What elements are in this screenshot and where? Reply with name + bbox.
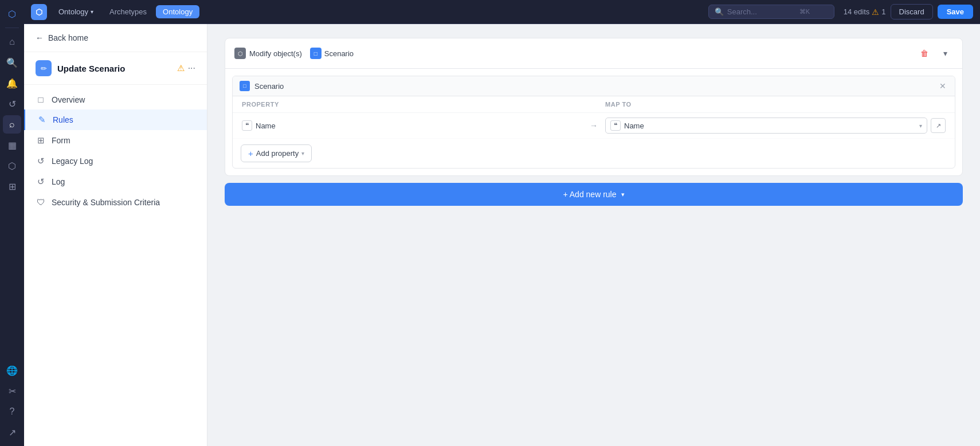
search-icon: 🔍 <box>715 7 724 16</box>
plus-icon: + <box>248 148 253 158</box>
scenario-badge: □ Scenario <box>310 48 354 59</box>
chevron-down-icon: ▾ <box>91 9 93 15</box>
search-icon[interactable]: 🔍 <box>3 53 21 72</box>
mapto-chevron-icon: ▾ <box>919 123 922 129</box>
overview-icon: □ <box>36 95 46 104</box>
log-icon: ↺ <box>36 177 46 187</box>
mapto-col-header: MAP TO <box>605 101 946 108</box>
nav-overview[interactable]: □ Overview <box>24 89 207 109</box>
rule-card-header: ⬡ Modify object(s) □ Scenario 🗑 ▾ <box>225 38 962 69</box>
save-button[interactable]: Save <box>938 5 973 19</box>
arrow-cell: → <box>582 121 605 130</box>
edits-badge: 14 edits ⚠ 1 <box>844 7 886 17</box>
object-block: □ Scenario ✕ PROPERTY MAP TO ❝ Name → <box>232 76 955 169</box>
add-property-label: Add property <box>256 149 299 158</box>
close-object-button[interactable]: ✕ <box>938 81 948 91</box>
rule-card: ⬡ Modify object(s) □ Scenario 🗑 ▾ □ Scen… <box>225 38 963 176</box>
tab-ontology-dropdown[interactable]: Ontology ▾ <box>52 5 100 18</box>
main-layout: ← Back home ✏ Update Scenario ⚠ ··· □ Ov… <box>24 24 980 446</box>
security-icon: 🛡 <box>36 197 46 207</box>
object-header: □ Scenario ✕ <box>233 76 955 96</box>
add-rule-label: + Add new rule <box>563 190 616 199</box>
logo-icon: ⬡ <box>3 5 21 23</box>
search2-icon[interactable]: ⌕ <box>3 115 21 134</box>
add-new-rule-button[interactable]: + Add new rule ▾ <box>225 183 963 206</box>
object-icon: □ <box>240 81 250 91</box>
nav-rules[interactable]: ✎ Rules <box>24 109 207 130</box>
panel-title-icon: ✏ <box>36 60 52 76</box>
external-link-button[interactable]: ↗ <box>931 118 946 133</box>
panel-title-actions: ⚠ ··· <box>177 63 195 73</box>
add-rule-dropdown-icon: ▾ <box>621 191 625 198</box>
history-icon[interactable]: ↺ <box>3 95 21 113</box>
back-arrow-icon: ← <box>36 33 44 42</box>
modify-icon: ⬡ <box>234 48 246 59</box>
more-options-icon[interactable]: ··· <box>188 63 195 73</box>
title-warning-icon: ⚠ <box>177 63 185 73</box>
layers-icon[interactable]: ⊞ <box>3 177 21 195</box>
topbar-logo: ⬡ <box>31 4 47 20</box>
home-icon[interactable]: ⌂ <box>3 33 21 51</box>
mapto-quote-icon: ❝ <box>610 120 621 131</box>
scenario-icon: □ <box>310 48 322 59</box>
nav-form[interactable]: ⊞ Form <box>24 130 207 151</box>
mapto-cell: ❝ Name ▾ ↗ <box>605 118 946 134</box>
delete-rule-button[interactable]: 🗑 <box>916 45 932 61</box>
mapto-value: Name <box>624 122 644 130</box>
topbar-right: 14 edits ⚠ 1 Discard Save <box>844 4 973 19</box>
nav-security[interactable]: 🛡 Security & Submission Criteria <box>24 192 207 212</box>
rule-card-actions: 🗑 ▾ <box>916 45 953 61</box>
globe-icon[interactable]: 🌐 <box>3 361 21 380</box>
share-icon[interactable]: ↗ <box>3 423 21 441</box>
modify-objects-badge: ⬡ Modify object(s) <box>234 48 302 59</box>
collapse-rule-button[interactable]: ▾ <box>937 45 953 61</box>
tools-icon[interactable]: ✂ <box>3 382 21 400</box>
icon-sidebar: ⬡ ⌂ 🔍 🔔 ↺ ⌕ ▦ ⬡ ⊞ 🌐 ✂ ? ↗ <box>0 0 24 446</box>
cube-icon[interactable]: ⬡ <box>3 157 21 175</box>
panel-title-row: ✏ Update Scenario ⚠ ··· <box>24 52 207 85</box>
nav-log[interactable]: ↺ Log <box>24 171 207 192</box>
mapping-row: ❝ Name → ❝ Name ▾ ↗ <box>233 113 955 139</box>
tab-archetypes[interactable]: Archetypes <box>103 5 154 18</box>
panel-title: Update Scenario <box>57 64 171 73</box>
nav-items: □ Overview ✎ Rules ⊞ Form ↺ Legacy Log ↺… <box>24 85 207 217</box>
help-icon[interactable]: ? <box>3 402 21 421</box>
search-shortcut: ⌘K <box>799 8 810 15</box>
form-icon: ⊞ <box>36 135 46 146</box>
left-panel: ← Back home ✏ Update Scenario ⚠ ··· □ Ov… <box>24 24 207 446</box>
content-area: ⬡ Modify object(s) □ Scenario 🗑 ▾ □ Scen… <box>207 24 980 446</box>
topbar: ⬡ Ontology ▾ Archetypes Ontology 🔍 ⌘K 14… <box>24 0 980 24</box>
object-label: Scenario <box>254 82 933 91</box>
add-property-dropdown-icon: ▾ <box>301 150 304 157</box>
search-input[interactable] <box>727 7 796 16</box>
property-col-header: PROPERTY <box>242 101 582 108</box>
discard-button[interactable]: Discard <box>891 4 933 19</box>
add-property-row: + Add property ▾ <box>233 139 955 168</box>
property-name: Name <box>256 122 276 130</box>
mapto-select[interactable]: ❝ Name ▾ <box>605 118 927 134</box>
legacy-log-icon: ↺ <box>36 156 46 166</box>
property-quote-icon: ❝ <box>242 120 252 131</box>
search-bar[interactable]: 🔍 ⌘K <box>708 5 834 19</box>
back-home-link[interactable]: ← Back home <box>24 24 207 52</box>
tab-ontology-active[interactable]: Ontology <box>156 5 199 18</box>
property-cell: ❝ Name <box>242 120 582 131</box>
mapping-header: PROPERTY MAP TO <box>233 96 955 113</box>
warning-icon: ⚠ <box>872 7 879 17</box>
filter-icon[interactable]: ▦ <box>3 136 21 154</box>
nav-legacy-log[interactable]: ↺ Legacy Log <box>24 151 207 171</box>
rules-icon: ✎ <box>37 115 47 125</box>
add-property-button[interactable]: + Add property ▾ <box>241 144 312 162</box>
bell-icon[interactable]: 🔔 <box>3 74 21 92</box>
